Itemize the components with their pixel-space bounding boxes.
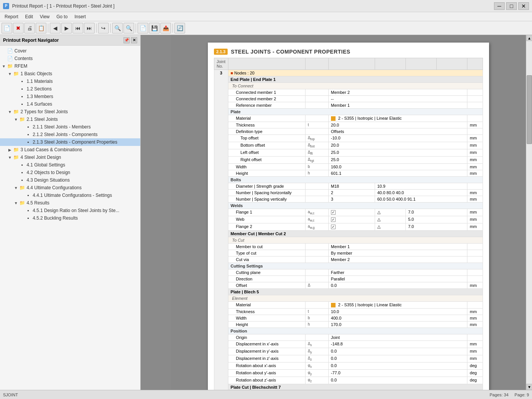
- print-button[interactable]: 🖨: [24, 23, 35, 33]
- minimize-button[interactable]: ─: [494, 2, 505, 10]
- menu-bar: Report Edit View Go to Insert: [0, 12, 532, 21]
- tree-item-types-steel[interactable]: ▼ 📁 2 Types for Steel Joints: [0, 108, 140, 116]
- col-empty1: [228, 58, 305, 70]
- num-vert-sym: [305, 196, 328, 203]
- report-table: JointNo. 3: [214, 58, 483, 390]
- page-icon-sections: ▪: [19, 86, 25, 92]
- toggle-load-cases: ▶: [8, 147, 12, 152]
- maximize-button[interactable]: □: [506, 2, 517, 10]
- toggle-design-situations: [14, 178, 18, 182]
- delete-button[interactable]: ✖: [13, 23, 24, 33]
- zoom-in-button[interactable]: 🔍: [112, 23, 123, 33]
- tree-item-sj-components[interactable]: ▪ 2.1.2 Steel Joints - Components: [0, 131, 140, 138]
- left-off-sym: Δlft: [305, 149, 328, 157]
- menu-insert[interactable]: Insert: [71, 13, 89, 20]
- tree-item-buckling-results[interactable]: ▪ 4.5.2 Buckling Results: [0, 214, 140, 222]
- prev-button[interactable]: ◀: [50, 23, 60, 33]
- tree-item-contents[interactable]: 📄 Contents: [0, 55, 140, 62]
- thick-unit: mm: [467, 122, 483, 128]
- next-button[interactable]: ▶: [61, 23, 72, 33]
- zoom-out-button[interactable]: 🔍: [124, 23, 134, 33]
- table-row: Connected member 1 Member 2: [214, 89, 483, 96]
- tree-item-sj-members[interactable]: ▪ 2.1.1 Steel Joints - Members: [0, 123, 140, 131]
- scroll-up-button[interactable]: ▲: [526, 35, 532, 41]
- toggle-ult-configs: ▼: [14, 185, 18, 190]
- tree-item-design-situations[interactable]: ▪ 4.3 Design Situations: [0, 176, 140, 184]
- scroll-down-button[interactable]: ▼: [526, 384, 532, 390]
- menu-report[interactable]: Report: [2, 13, 21, 20]
- label-contents: Contents: [14, 56, 33, 61]
- nav-pin-button[interactable]: 📌: [124, 37, 130, 43]
- first-button[interactable]: ⏮: [73, 23, 83, 33]
- rot-y-val: -77.0: [328, 370, 467, 377]
- tree-item-ult-config-settings[interactable]: ▪ 4.4.1 Ultimate Configurations - Settin…: [0, 192, 140, 199]
- export-button[interactable]: 📤: [160, 23, 171, 33]
- right-off-unit: mm: [467, 157, 483, 164]
- tree-item-cover[interactable]: 📄 Cover: [0, 47, 140, 55]
- tree-item-global-settings[interactable]: ▪ 4.1 Global Settings: [0, 161, 140, 169]
- nav-close-button[interactable]: ✕: [131, 37, 137, 43]
- tree-item-design[interactable]: ▼ 📁 4 Steel Joint Design: [0, 154, 140, 161]
- thick-label: Thickness: [228, 122, 305, 128]
- copy-button[interactable]: 📋: [36, 23, 46, 33]
- menu-view[interactable]: View: [37, 13, 53, 20]
- table-row: Height h 170.0 mm: [214, 321, 483, 328]
- toggle-results: ▼: [14, 201, 18, 205]
- label-basic-objects: 1 Basic Objects: [21, 71, 52, 76]
- toolbar: 📄 ✖ 🖨 📋 ◀ ▶ ⏮ ⏭ ↪ 🔍 🔍 📄 💾 📤 🔄: [0, 21, 532, 35]
- mc-via-label: Cut via: [228, 256, 305, 263]
- table-row: Position: [214, 328, 483, 334]
- right-scrollbar[interactable]: ▲ ▼: [526, 35, 532, 390]
- cut-dir-sym: [305, 276, 328, 282]
- last-button[interactable]: ⏭: [84, 23, 95, 33]
- page-view-button[interactable]: 📄: [138, 23, 148, 33]
- disp-y-label: Displacement in y'-axis: [228, 348, 305, 355]
- mat-val: 2 - S355 | Isotropic | Linear Elastic: [328, 115, 467, 122]
- refresh-button[interactable]: 🔄: [174, 23, 185, 33]
- tree-item-objects-design[interactable]: ▪ 4.2 Objects to Design: [0, 169, 140, 176]
- scroll-thumb[interactable]: [527, 75, 532, 144]
- bolts-title: Bolts: [228, 177, 483, 183]
- close-button[interactable]: ✕: [518, 2, 529, 10]
- width-label: Width: [228, 164, 305, 170]
- cut-off-sym: Δ: [305, 282, 328, 289]
- tree-item-steel-joints[interactable]: ▼ 📁 2.1 Steel Joints: [0, 116, 140, 123]
- menu-edit[interactable]: Edit: [22, 13, 36, 20]
- rot-x-label: Rotation about x'-axis: [228, 363, 305, 370]
- tree-item-members[interactable]: ▪ 1.3 Members: [0, 93, 140, 100]
- tree-item-basic-objects[interactable]: ▼ 📁 1 Basic Objects: [0, 70, 140, 78]
- width-unit: mm: [467, 164, 483, 170]
- page-container[interactable]: 2.1.3 STEEL JOINTS - COMPONENT PROPERTIE…: [171, 35, 526, 390]
- navigator-controls: 📌 ✕: [124, 37, 137, 43]
- rot-y-label: Rotation about y'-axis: [228, 370, 305, 377]
- left-off-label: Left offset: [228, 149, 305, 157]
- pb-height-label: Height: [228, 321, 305, 328]
- plate-cut-title: Plate Cut | Blechschnitt 7: [228, 384, 483, 390]
- cut-off-unit: mm: [467, 282, 483, 289]
- save-button[interactable]: 💾: [149, 23, 160, 33]
- table-row: Welds: [214, 203, 483, 209]
- table-row: Width b 160.0 mm: [214, 164, 483, 170]
- table-row: Material 2 - S355 | Isotropic | Linear E…: [214, 115, 483, 122]
- disp-z-unit: mm: [467, 355, 483, 363]
- menu-goto[interactable]: Go to: [54, 13, 71, 20]
- web-unit: mm: [467, 216, 483, 223]
- scroll-track[interactable]: [526, 41, 532, 384]
- tree-item-sj-comp-props[interactable]: ▪ 2.1.3 Steel Joints - Component Propert…: [0, 138, 140, 146]
- col-sym: [305, 58, 328, 70]
- wrap-button[interactable]: ↪: [98, 23, 109, 33]
- tree-item-rfem[interactable]: ▼ 📁 RFEM: [0, 62, 140, 70]
- folder-icon-design: 📁: [13, 154, 19, 160]
- tree-item-surfaces[interactable]: ▪ 1.4 Surfaces: [0, 100, 140, 108]
- welds-title: Welds: [228, 203, 483, 209]
- end-plate-title: End Plate | End Plate 1: [228, 76, 483, 83]
- disp-x-unit: mm: [467, 341, 483, 348]
- tree-item-sections[interactable]: ▪ 1.2 Sections: [0, 85, 140, 93]
- tree-item-materials[interactable]: ▪ 1.1 Materials: [0, 78, 140, 85]
- tree-item-ult-configs[interactable]: ▼ 📁 4.4 Ultimate Configurations: [0, 184, 140, 192]
- col-unit: [467, 58, 483, 70]
- tree-item-results[interactable]: ▼ 📁 4.5 Results: [0, 199, 140, 207]
- tree-item-load-cases[interactable]: ▶ 📁 3 Load Cases & Combinations: [0, 146, 140, 154]
- tree-item-design-ratio[interactable]: ▪ 4.5.1 Design Ratio on Steel Joints by …: [0, 207, 140, 214]
- new-button[interactable]: 📄: [2, 23, 12, 33]
